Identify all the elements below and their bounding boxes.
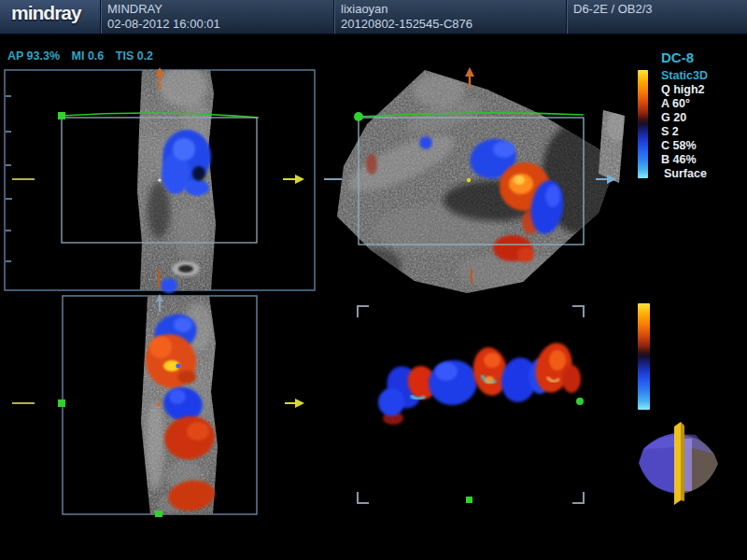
imaging-parameter-list: Static3D Q high2 A 60° G 20 S 2 C 58% B … [661,69,708,181]
patient-info-block: lixiaoyan 20120802-152545-C876 [334,0,567,34]
top-info-bar: mindray MINDRAY 02-08-2012 16:00:01 lixi… [0,0,747,35]
ultrasound-main-screen: mindray MINDRAY 02-08-2012 16:00:01 lixi… [0,0,747,560]
system-name: DC-8 [661,49,694,65]
param-quality: Q high2 [661,83,708,97]
a-depth-ticks [6,96,12,261]
image-area [0,0,747,560]
brand-logo: mindray [0,0,101,34]
param-contrast: C 58% [661,139,708,153]
patient-name: lixiaoyan [341,2,567,17]
quadrant-c-plane [12,294,304,517]
b-curve-handle[interactable] [354,112,363,121]
doppler-color-bar-top [638,70,648,178]
param-gain: G 20 [661,111,708,125]
probe-preset-block: D6-2E / OB2/3 [567,0,747,34]
mechanical-index-value: MI 0.6 [72,49,105,63]
param-mode: Static3D [661,69,708,83]
probe-preset: D6-2E / OB2/3 [573,2,747,17]
b-grayscale-image [331,65,616,299]
d-cord-render [378,339,581,425]
c-plane-handle-left[interactable] [58,399,65,407]
doppler-color-bar-bottom [638,303,650,410]
brand-logo-text: mindray [11,6,81,21]
param-render-mode: Surface [661,167,708,181]
param-smooth: S 2 [661,125,708,139]
quadrant-d-render [358,306,584,503]
param-brightness: B 46% [661,153,708,167]
a-curve-handle[interactable] [58,112,65,119]
d-render-handle-bottom[interactable] [466,497,472,503]
facility-name: MINDRAY [107,2,334,17]
acoustic-power-value: AP 93.3% [7,49,60,63]
c-plane-handle-bottom[interactable] [155,511,162,517]
exam-id: 20120802-152545-C876 [341,17,567,32]
facility-datetime-block: MINDRAY 02-08-2012 16:00:01 [101,0,334,34]
acoustic-output-line: AP 93.3% MI 0.6 TIS 0.2 [7,49,162,63]
exam-datetime: 02-08-2012 16:00:01 [107,17,334,32]
d-render-handle-right[interactable] [576,398,584,405]
param-angle: A 60° [661,97,708,111]
thermal-index-value: TIS 0.2 [116,49,153,63]
orientation-cue-icon [639,422,718,505]
quadrant-b-plane [324,65,627,299]
quadrant-a-plane [5,65,315,293]
